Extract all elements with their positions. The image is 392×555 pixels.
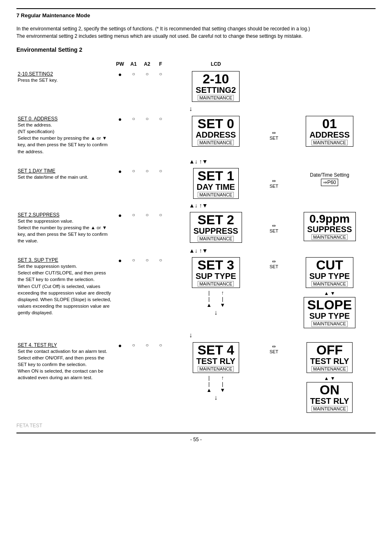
set3-lcd-line2: SUP TYPE xyxy=(196,272,236,281)
set2-result-line2: SUPPRESS xyxy=(307,225,352,234)
set0-result-box: 01 ADDRESS MAINTENANCE xyxy=(306,116,353,147)
flow-arrow-1: ↓ xyxy=(16,104,376,114)
set2-a2: ○ xyxy=(141,210,154,246)
set0-f: ○ xyxy=(154,114,167,156)
set0-pw: ● xyxy=(113,114,127,156)
intro-paragraph: In the environmental setting 2, specify … xyxy=(16,25,376,40)
set0-lcd-line1: SET 0 xyxy=(196,117,236,130)
setting2-a2: ○ xyxy=(141,69,154,104)
set2-lcd-box: SET 2 SUPPRESS MAINTENANCE xyxy=(190,212,242,243)
set3-cut-label: MAINTENANCE xyxy=(311,281,348,287)
set0-lcd-line2: ADDRESS xyxy=(196,130,236,139)
set3-option-arrows: ▲ ▼ xyxy=(285,290,374,296)
set1-desc: SET 1.DAY TIME Set the date/time of the … xyxy=(16,166,113,200)
set0-result-line2: ADDRESS xyxy=(309,130,350,139)
set2-result: 0.9ppm SUPPRESS MAINTENANCE xyxy=(284,210,376,246)
set3-lcd-line1: SET 3 xyxy=(196,258,236,272)
page: 7 Regular Maintenance Mode In the enviro… xyxy=(0,0,392,555)
set1-label: SET 1.DAY TIME xyxy=(18,168,55,174)
set4-flow-right: ↑ | ▼ xyxy=(220,375,225,393)
set2-label: SET 2.SUPPRESS xyxy=(18,212,60,218)
set3-cut-line1: CUT xyxy=(309,258,350,272)
set3-body: Set the suppression system.Select either… xyxy=(18,264,111,315)
col-f-header: F xyxy=(154,60,167,69)
set3-cut-box: CUT SUP TYPE MAINTENANCE xyxy=(306,257,354,288)
set4-option-arrows: ▲ ▼ xyxy=(285,375,374,381)
set4-on-box: ON TEST RLY MAINTENANCE xyxy=(307,382,353,413)
col-desc-header xyxy=(16,60,113,69)
set2-f: ○ xyxy=(154,210,167,246)
set2-a1: ○ xyxy=(127,210,141,246)
col-a2-header: A2 xyxy=(141,60,154,69)
set1-pw: ● xyxy=(113,166,127,200)
set3-flow-left: | | ▲ xyxy=(206,290,212,308)
set4-on-line2: TEST RLY xyxy=(310,396,349,405)
set4-flow-down: ↓ xyxy=(168,394,263,401)
top-rule xyxy=(16,8,376,9)
set4-off-box: OFF TEST RLY MAINTENANCE xyxy=(307,342,353,373)
set3-slope-box: SLOPE SUP TYPE MAINTENANCE xyxy=(304,297,355,328)
set1-a2: ○ xyxy=(141,166,154,200)
set2-result-box: 0.9ppm SUPPRESS MAINTENANCE xyxy=(304,212,356,241)
setting2-desc: 2-10.SETTING2 Press the SET key. xyxy=(16,69,113,104)
set1-f: ○ xyxy=(154,166,167,200)
set1-lcd-label: MAINTENANCE xyxy=(198,192,234,198)
flow-arrow-row: ▲↓ ↑▼ xyxy=(16,157,376,166)
set2-lcd-line2: SUPPRESS xyxy=(194,226,238,235)
flow-arrow-updown-2: ▲↓ ↑▼ xyxy=(16,200,264,210)
setting2-lcd-line1: 2-10 xyxy=(196,72,236,85)
set0-lcd: SET 0 ADDRESS MAINTENANCE xyxy=(167,114,264,156)
set1-result: Date/Time Setting ⇒P60 xyxy=(284,166,376,200)
set3-lcd: SET 3 SUP TYPE MAINTENANCE | | ▲ ↑ | ▼ xyxy=(167,256,264,329)
set2-lcd: SET 2 SUPPRESS MAINTENANCE xyxy=(167,210,264,246)
set0-result-line1: 01 xyxy=(309,117,350,130)
page-header: 7 Regular Maintenance Mode xyxy=(16,12,376,18)
set1-lcd-box: SET 1 DAY TIME MAINTENANCE xyxy=(193,168,239,199)
col-result-header xyxy=(284,60,376,69)
set3-cut-line2: SUP TYPE xyxy=(309,272,350,281)
set0-desc: SET 0. ADDRESS Set the address.(NT speci… xyxy=(16,114,113,156)
set3-a1: ○ xyxy=(127,256,141,329)
set4-off-line2: TEST RLY xyxy=(310,357,349,366)
flow-arrow-4: ↓ xyxy=(16,330,264,341)
set0-a1: ○ xyxy=(127,114,141,156)
set4-flow-lines: | | ▲ ↑ | ▼ xyxy=(168,375,263,393)
set3-pw: ● xyxy=(113,256,127,329)
flow-arrow-updown-3: ▲↓ ↑▼ xyxy=(16,246,264,256)
set2-result-line1: 0.9ppm xyxy=(307,213,352,225)
setting2-lcd-box: 2-10 SETTING2 MAINTENANCE xyxy=(192,71,240,102)
set4-pw: ● xyxy=(113,341,127,415)
set3-result: CUT SUP TYPE MAINTENANCE ▲ ▼ SLOPE SUP T… xyxy=(284,256,376,329)
set3-slope-line1: SLOPE xyxy=(307,298,352,311)
set0-lcd-box: SET 0 ADDRESS MAINTENANCE xyxy=(192,116,240,147)
set4-lcd-box: SET 4 TEST RLY MAINTENANCE xyxy=(193,342,239,373)
set3-lcd-label: MAINTENANCE xyxy=(198,281,234,287)
set1-lcd: SET 1 DAY TIME MAINTENANCE xyxy=(167,166,264,200)
set4-a1: ○ xyxy=(127,341,141,415)
set2-pw: ● xyxy=(113,210,127,246)
set3-set-arrow: ⇔SET xyxy=(264,256,284,329)
table-row: SET 4. TEST RLY Set the contact activati… xyxy=(16,341,376,415)
flow-arrow-row: ▲↓ ↑▼ xyxy=(16,200,376,210)
col-pw-header: PW xyxy=(113,60,127,69)
flow-arrow-row: ▲↓ ↑▼ xyxy=(16,246,376,256)
main-table: PW A1 A2 F LCD 2-10.SETTING2 Press the S… xyxy=(16,60,376,415)
set0-result-label: MAINTENANCE xyxy=(311,140,348,145)
set4-on-label: MAINTENANCE xyxy=(311,406,348,412)
set1-set-arrow: ⇔SET xyxy=(264,166,284,200)
set4-off-label: MAINTENANCE xyxy=(311,366,348,372)
set4-set-arrow: ⇔SET xyxy=(264,341,284,415)
set4-a2: ○ xyxy=(141,341,154,415)
set3-flow-lines: | | ▲ ↑ | ▼ xyxy=(168,290,263,308)
page-number: - 55 - xyxy=(16,437,376,442)
table-header: PW A1 A2 F LCD xyxy=(16,60,376,69)
set1-body: Set the date/time of the main unit. xyxy=(18,175,88,180)
setting2-pw: ● xyxy=(113,69,127,104)
col-a1-header: A1 xyxy=(127,60,141,69)
set4-lcd-label: MAINTENANCE xyxy=(198,366,234,372)
setting2-lcd-label: MAINTENANCE xyxy=(198,95,234,101)
flow-arrow-updown-1: ▲↓ ↑▼ xyxy=(16,157,264,166)
set3-slope-line2: SUP TYPE xyxy=(307,311,352,320)
set4-off-line1: OFF xyxy=(310,343,349,357)
setting2-a1: ○ xyxy=(127,69,141,104)
